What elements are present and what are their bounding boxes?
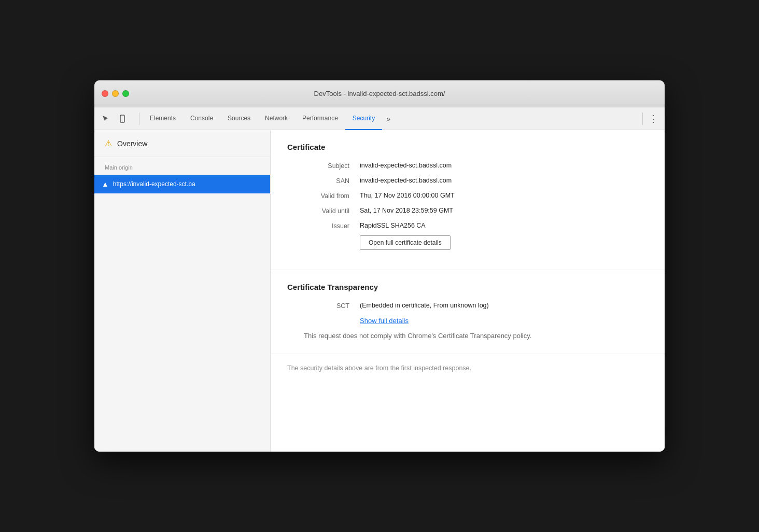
cert-valid-from-row: Valid from Thu, 17 Nov 2016 00:00:00 GMT [287, 192, 648, 200]
cert-san-label: SAN [287, 177, 360, 185]
tab-bar: Elements Console Sources Network Perform… [143, 107, 639, 130]
tab-network[interactable]: Network [258, 107, 295, 130]
overview-label: Overview [117, 139, 147, 148]
show-full-details-link[interactable]: Show full details [360, 317, 648, 325]
toolbar-icons [99, 111, 130, 126]
origin-item[interactable]: ▲ https://invalid-expected-sct.ba [94, 175, 270, 193]
cursor-tool-button[interactable] [99, 111, 113, 126]
cert-issuer-row: Issuer RapidSSL SHA256 CA Open full cert… [287, 222, 648, 250]
cert-valid-from-value: Thu, 17 Nov 2016 00:00:00 GMT [360, 192, 648, 199]
sidebar: ⚠ Overview Main origin ▲ https://invalid… [94, 130, 271, 452]
window-title: DevTools - invalid-expected-sct.badssl.c… [314, 90, 445, 97]
transparency-title: Certificate Transparency [287, 283, 648, 291]
transparency-policy-note: This request does not comply with Chrome… [304, 331, 631, 341]
origin-warning-icon: ▲ [102, 180, 109, 188]
open-certificate-button[interactable]: Open full certificate details [360, 235, 451, 250]
main-panel: Certificate Subject invalid-expected-sct… [271, 130, 665, 452]
toolbar: Elements Console Sources Network Perform… [94, 107, 665, 130]
content-area: ⚠ Overview Main origin ▲ https://invalid… [94, 130, 665, 452]
cert-btn-row: Open full certificate details [360, 231, 648, 250]
tab-elements[interactable]: Elements [143, 107, 183, 130]
cert-issuer-label: Issuer [287, 222, 360, 230]
certificate-section: Certificate Subject invalid-expected-sct… [271, 130, 665, 270]
cert-valid-from-label: Valid from [287, 192, 360, 200]
close-button[interactable] [102, 90, 108, 97]
toolbar-divider [139, 113, 139, 125]
origin-url: https://invalid-expected-sct.ba [113, 180, 195, 188]
sct-label: SCT [287, 302, 360, 310]
cert-subject-row: Subject invalid-expected-sct.badssl.com [287, 162, 648, 170]
cert-san-row: SAN invalid-expected-sct.badssl.com [287, 177, 648, 185]
sct-row: SCT (Embedded in certificate, From unkno… [287, 302, 648, 310]
overview-warning-icon: ⚠ [105, 138, 112, 148]
mobile-tool-button[interactable] [115, 111, 130, 126]
tab-performance[interactable]: Performance [295, 107, 345, 130]
traffic-lights [102, 90, 129, 97]
certificate-table: Subject invalid-expected-sct.badssl.com … [287, 162, 648, 250]
cert-valid-until-row: Valid until Sat, 17 Nov 2018 23:59:59 GM… [287, 207, 648, 215]
svg-point-1 [122, 120, 122, 121]
tab-sources[interactable]: Sources [220, 107, 258, 130]
titlebar: DevTools - invalid-expected-sct.badssl.c… [94, 80, 665, 107]
footer-note: The security details above are from the … [271, 354, 665, 382]
transparency-section: Certificate Transparency SCT (Embedded i… [271, 270, 665, 354]
cert-subject-label: Subject [287, 162, 360, 170]
devtools-menu-button[interactable]: ⋮ [646, 111, 660, 126]
cert-issuer-value: RapidSSL SHA256 CA Open full certificate… [360, 222, 648, 250]
minimize-button[interactable] [112, 90, 119, 97]
sct-value: (Embedded in certificate, From unknown l… [360, 302, 648, 309]
toolbar-end: ⋮ [639, 111, 660, 126]
devtools-window: DevTools - invalid-expected-sct.badssl.c… [94, 80, 665, 452]
overview-item[interactable]: ⚠ Overview [94, 130, 270, 157]
cert-san-value: invalid-expected-sct.badssl.com [360, 177, 648, 184]
cert-valid-until-value: Sat, 17 Nov 2018 23:59:59 GMT [360, 207, 648, 214]
tab-console[interactable]: Console [183, 107, 220, 130]
tab-more-button[interactable]: » [382, 107, 395, 130]
cert-subject-value: invalid-expected-sct.badssl.com [360, 162, 648, 169]
cursor-icon [102, 115, 110, 123]
tab-security[interactable]: Security [345, 107, 382, 130]
maximize-button[interactable] [122, 90, 129, 97]
certificate-title: Certificate [287, 143, 648, 151]
cert-valid-until-label: Valid until [287, 207, 360, 215]
mobile-icon [118, 115, 126, 123]
main-origin-label: Main origin [94, 157, 270, 175]
toolbar-end-divider [642, 113, 643, 125]
